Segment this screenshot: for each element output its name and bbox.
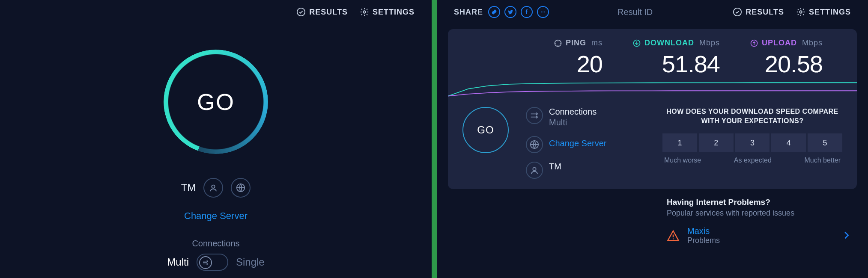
upload-icon bbox=[750, 39, 758, 47]
settings-link-right[interactable]: SETTINGS bbox=[796, 7, 851, 17]
connections-switch-knob bbox=[199, 256, 212, 269]
problems-sub: Popular services with reported issues bbox=[667, 209, 851, 218]
rating-low: Much worse bbox=[664, 157, 701, 164]
problem-item[interactable]: Maxis Problems bbox=[667, 226, 851, 245]
metric-download: DOWNLOAD Mbps 51.84 bbox=[632, 38, 720, 78]
check-circle-icon bbox=[733, 7, 742, 17]
user-icon bbox=[209, 183, 218, 192]
results-link-right[interactable]: RESULTS bbox=[733, 7, 784, 17]
share-link-button[interactable] bbox=[488, 6, 500, 18]
upload-unit: Mbps bbox=[802, 38, 823, 47]
svg-point-13 bbox=[533, 167, 536, 170]
download-unit: Mbps bbox=[699, 38, 720, 47]
panel-divider bbox=[432, 0, 437, 278]
results-label: RESULTS bbox=[309, 8, 348, 17]
upload-value: 20.58 bbox=[750, 50, 823, 78]
gear-icon bbox=[360, 7, 369, 17]
share-more-button[interactable] bbox=[537, 6, 549, 18]
connections-icon bbox=[526, 107, 543, 124]
svg-point-5 bbox=[543, 12, 543, 12]
upload-label: UPLOAD bbox=[762, 38, 797, 47]
rating-row: 1 2 3 4 5 bbox=[662, 133, 842, 152]
ping-icon bbox=[554, 39, 562, 47]
connections-multi: Multi bbox=[167, 256, 189, 268]
svg-point-0 bbox=[297, 8, 305, 16]
speed-chart bbox=[448, 81, 857, 97]
problems-heading: Having Internet Problems? bbox=[667, 198, 851, 207]
gear-icon bbox=[796, 7, 805, 17]
svg-point-4 bbox=[541, 12, 542, 12]
result-card: PING ms 20 DOWNLOAD Mbps 51.84 UPLOAD Mb… bbox=[448, 29, 857, 189]
change-server-link-right[interactable]: Change Server bbox=[549, 139, 607, 148]
provider-row: TM bbox=[0, 178, 432, 198]
ping-value: 20 bbox=[554, 50, 603, 78]
download-label: DOWNLOAD bbox=[644, 38, 694, 47]
connections-value: Multi bbox=[549, 118, 597, 127]
rating-labels: Much worse As expected Much better bbox=[662, 157, 842, 164]
share-twitter-button[interactable] bbox=[504, 6, 516, 18]
go-again-button[interactable]: GO bbox=[462, 107, 509, 153]
settings-label: SETTINGS bbox=[373, 8, 415, 17]
ping-label: PING bbox=[566, 38, 586, 47]
provider-user-icon bbox=[526, 162, 543, 179]
twitter-icon bbox=[507, 9, 513, 15]
check-circle-icon bbox=[296, 7, 306, 17]
go-again-label: GO bbox=[477, 124, 494, 136]
metric-upload: UPLOAD Mbps 20.58 bbox=[750, 38, 823, 78]
dots-icon bbox=[540, 9, 546, 15]
svg-point-2 bbox=[212, 185, 215, 188]
globe-icon bbox=[530, 140, 539, 149]
rating-high: Much better bbox=[805, 157, 841, 164]
rating-mid: As expected bbox=[734, 157, 772, 164]
connections-heading: Connections bbox=[0, 239, 432, 248]
go-button[interactable]: GO bbox=[164, 50, 268, 154]
share-facebook-button[interactable]: f bbox=[521, 6, 533, 18]
user-icon bbox=[530, 166, 539, 175]
rating-5[interactable]: 5 bbox=[808, 133, 842, 152]
panel-before: RESULTS SETTINGS GO TM Change Server Con… bbox=[0, 0, 432, 278]
problem-name: Maxis bbox=[687, 226, 720, 236]
change-server-link[interactable]: Change Server bbox=[0, 210, 432, 222]
rating-4[interactable]: 4 bbox=[771, 133, 806, 152]
compare-block: HOW DOES YOUR DOWNLOAD SPEED COMPARE WIT… bbox=[662, 107, 842, 179]
download-value: 51.84 bbox=[632, 50, 720, 78]
server-info: Connections Multi Change Server bbox=[526, 107, 607, 179]
connections-toggle: Multi Single bbox=[0, 254, 432, 271]
download-icon bbox=[632, 39, 641, 47]
connections-single: Single bbox=[236, 256, 265, 268]
rating-3[interactable]: 3 bbox=[735, 133, 770, 152]
multi-arrows-icon bbox=[202, 259, 209, 266]
share-icons: f bbox=[488, 6, 549, 18]
rating-2[interactable]: 2 bbox=[699, 133, 734, 152]
go-label: GO bbox=[197, 89, 235, 115]
link-icon bbox=[491, 9, 497, 15]
result-id-label: Result ID bbox=[617, 7, 653, 17]
metric-ping: PING ms 20 bbox=[554, 38, 603, 78]
svg-point-1 bbox=[363, 11, 366, 13]
panel-after: SHARE f Result ID RESULTS SETTINGS bbox=[437, 0, 868, 278]
svg-point-14 bbox=[673, 238, 674, 240]
rating-1[interactable]: 1 bbox=[662, 133, 697, 152]
provider-name: TM bbox=[181, 182, 196, 194]
topbar-left: RESULTS SETTINGS bbox=[0, 0, 432, 24]
svg-point-8 bbox=[799, 11, 802, 13]
share-label: SHARE bbox=[454, 8, 483, 17]
settings-link[interactable]: SETTINGS bbox=[360, 7, 415, 17]
problem-state: Problems bbox=[687, 236, 720, 245]
problems-section: Having Internet Problems? Popular servic… bbox=[667, 198, 851, 245]
results-label-right: RESULTS bbox=[746, 8, 784, 17]
globe-icon-button[interactable] bbox=[231, 178, 251, 198]
ping-unit: ms bbox=[591, 38, 603, 47]
multi-arrows-icon bbox=[530, 111, 539, 120]
user-icon-button[interactable] bbox=[203, 178, 223, 198]
sharebar: SHARE f Result ID RESULTS SETTINGS bbox=[437, 0, 868, 24]
svg-point-6 bbox=[544, 12, 545, 12]
globe-icon bbox=[236, 183, 245, 192]
connections-title: Connections bbox=[549, 107, 597, 117]
connections-switch[interactable] bbox=[197, 254, 228, 271]
compare-question: HOW DOES YOUR DOWNLOAD SPEED COMPARE WIT… bbox=[662, 107, 842, 126]
server-globe-button[interactable] bbox=[526, 136, 543, 153]
results-link[interactable]: RESULTS bbox=[296, 7, 348, 17]
settings-label-right: SETTINGS bbox=[809, 8, 851, 17]
chevron-right-icon bbox=[841, 228, 851, 243]
